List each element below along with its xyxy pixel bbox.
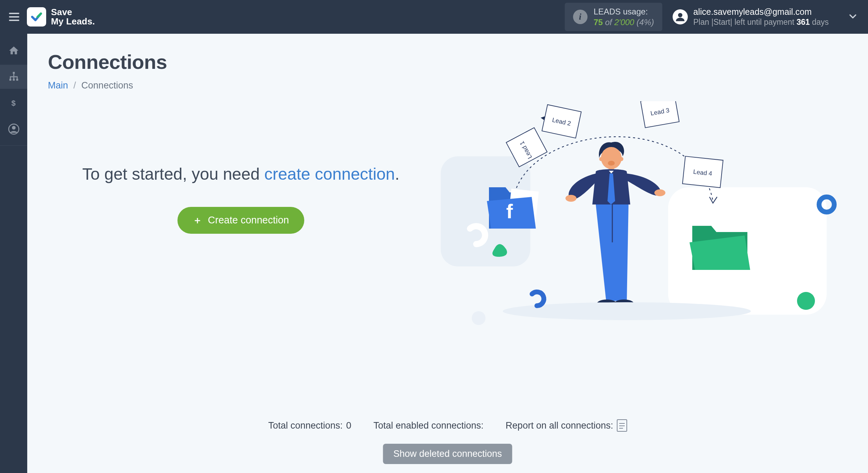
svg-point-25 <box>619 157 623 161</box>
page-title: Connections <box>48 50 847 73</box>
create-connection-text-link[interactable]: create connection <box>264 165 395 183</box>
brand-logo[interactable]: Save My Leads. <box>27 7 95 27</box>
svg-point-10 <box>797 292 815 310</box>
breadcrumb: Main / Connections <box>48 80 847 91</box>
account-menu[interactable]: alice.savemyleads@gmail.com Plan |Start|… <box>673 6 858 28</box>
logo-badge-icon <box>27 7 46 27</box>
left-sidebar: $ <box>0 34 27 473</box>
sidebar-divider <box>0 145 27 146</box>
create-connection-button[interactable]: ＋ Create connection <box>177 207 304 234</box>
svg-point-32 <box>472 311 486 325</box>
connection-stats: Total connections: 0 Total enabled conne… <box>27 419 868 432</box>
main-content: Connections Main / Connections To get st… <box>27 34 868 473</box>
svg-rect-4 <box>16 79 18 81</box>
plus-icon: ＋ <box>193 214 202 227</box>
empty-state-illustration: f Lead 1 Lead 2 <box>434 101 847 363</box>
svg-rect-1 <box>13 72 15 74</box>
empty-state: To get started, you need create connecti… <box>48 163 434 363</box>
breadcrumb-current: Connections <box>81 80 133 91</box>
brand-name: Save My Leads. <box>51 8 95 27</box>
empty-state-heading: To get started, you need create connecti… <box>48 163 434 186</box>
svg-point-11 <box>819 197 834 212</box>
stat-enabled-connections: Total enabled connections: <box>374 419 484 432</box>
document-icon[interactable] <box>617 419 627 432</box>
stat-report-all: Report on all connections: <box>506 419 627 432</box>
sidebar-item-billing[interactable]: $ <box>0 91 27 115</box>
svg-point-23 <box>608 161 615 166</box>
leads-usage-widget[interactable]: i LEADS usage: 75 of 2'000 (4%) <box>565 3 662 31</box>
svg-rect-3 <box>13 79 15 81</box>
svg-rect-2 <box>9 79 11 81</box>
sidebar-item-home[interactable] <box>0 39 27 63</box>
chevron-down-icon[interactable] <box>848 11 858 22</box>
svg-point-7 <box>12 126 16 130</box>
svg-point-27 <box>565 195 576 202</box>
svg-text:f: f <box>506 200 513 222</box>
sidebar-item-account[interactable] <box>0 117 27 141</box>
svg-point-24 <box>599 157 603 161</box>
show-deleted-connections-button[interactable]: Show deleted connections <box>383 444 512 464</box>
svg-point-28 <box>654 189 665 196</box>
stat-total-connections: Total connections: 0 <box>268 419 351 432</box>
svg-text:$: $ <box>11 99 16 107</box>
info-icon: i <box>573 10 588 24</box>
avatar-icon <box>673 9 688 24</box>
breadcrumb-main-link[interactable]: Main <box>48 80 68 91</box>
svg-point-22 <box>601 147 622 169</box>
top-navbar: Save My Leads. i LEADS usage: 75 of 2'00… <box>0 0 868 34</box>
leads-usage-text: LEADS usage: 75 of 2'000 (4%) <box>594 6 654 28</box>
hamburger-menu-icon[interactable] <box>6 9 22 25</box>
svg-point-0 <box>678 13 683 18</box>
sidebar-item-connections[interactable] <box>0 65 27 89</box>
account-text: alice.savemyleads@gmail.com Plan |Start|… <box>693 6 829 28</box>
